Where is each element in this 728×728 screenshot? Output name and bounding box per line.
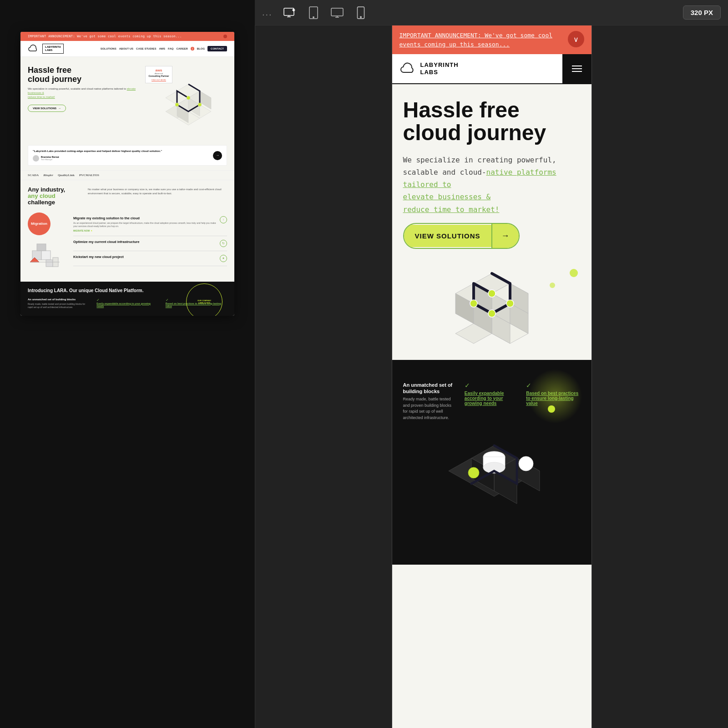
industry-title-col: Any industry, any cloud challenge [28,187,82,206]
svg-point-47 [488,290,495,297]
svg-point-62 [468,467,479,478]
svg-rect-14 [41,251,51,260]
testimonial-text: "Labyrinth Labs provided cutting-edge ex… [33,149,209,153]
svg-rect-16 [46,260,53,267]
logo-quality: QualityLink [58,173,75,177]
bottom-col-2-link[interactable]: Easily expandable according to your grow… [96,302,158,308]
desktop-ann-dot [223,35,227,38]
desktop-industry-section: Any industry, any cloud challenge No mat… [20,180,234,212]
svg-rect-15 [37,244,46,251]
logos-bar: SCADA Ringler QualityLink PVCMALTOS [20,170,234,180]
mob-col-2-link[interactable]: Easily expandable according to your grow… [465,391,519,406]
mob-ann-text: IMPORTANT ANNOUNCEMENT: We've got some c… [399,31,563,49]
svg-point-10 [187,96,190,100]
col-2-check-icon: ✓ [465,382,519,389]
author-avatar [33,155,39,162]
svg-text:✦: ✦ [292,8,295,12]
service-1-desc: As an experienced cloud partner, we prep… [73,222,220,228]
bottom-col-1-title: An unmatched set of building blocks [28,298,89,301]
mob-iso-illustration [405,269,578,351]
mobile-icon[interactable] [354,6,367,19]
svg-point-49 [506,300,514,307]
svg-point-11 [198,103,202,106]
mob-announcement-bar: IMPORTANT ANNOUNCEMENT: We've got some c… [392,25,592,54]
author-role: Tech Manager [41,158,59,161]
migration-services: Migrate my existing solution to the clou… [73,212,227,275]
aws-badge-link[interactable]: FIND OUT MORE [147,79,170,81]
desktop-nav-links: SOLUTIONS ABOUT US CASE STUDIES AWS FAQ … [101,46,227,51]
logo-pvc: PVCMALTOS [79,173,99,177]
mob-hero-title: Hassle free cloud journey [403,99,581,145]
svg-point-30 [360,16,361,17]
mob-logo-text: LABYRINTH LABS [420,61,459,76]
migration-service-2: Optimize my current cloud infrastructure… [73,236,227,251]
service-1-title: Migrate my existing solution to the clou… [73,216,220,220]
bottom-col-1: An unmatched set of building blocks Read… [28,298,89,309]
testimonial-arrow[interactable]: → [213,151,222,160]
mob-hero-btn[interactable]: VIEW SOLUTIONS → [403,223,520,249]
nav-case[interactable]: CASE STUDIES [136,47,156,50]
nav-faq[interactable]: FAQ [168,47,173,50]
service-1-link[interactable]: MIGRATE NOW ✦ [73,229,220,232]
bottom-col-2: ✓ Easily expandable according to your gr… [96,298,158,309]
mob-btn-label: VIEW SOLUTIONS [404,225,491,247]
testimonial-author: Branislav Bernat Tech Manager [33,155,209,162]
mob-logo-section: LABYRINTH LABS [392,56,562,81]
desktop-bottom-section: Introducing LARA. Our unique Cloud Nativ… [20,282,234,316]
svg-point-25 [313,17,314,18]
desktop-hero-left: Hassle free cloud journey We specialize … [28,66,141,141]
left-panel: IMPORTANT ANNOUNCEMENT: We've got some c… [0,0,255,728]
migration-service-3: Kickstart my new cloud project ✦ [73,251,227,266]
mob-cloud-icon [399,62,416,75]
nav-career[interactable]: CAREER [176,47,187,50]
nav-contact-btn[interactable]: CONTACT [207,46,227,51]
size-display: 320 PX [683,5,721,20]
mob-hero-section: Hassle free cloud journey We specialize … [392,84,592,260]
nav-blog[interactable]: BLOG [197,47,205,50]
ham-line-2 [572,68,582,69]
desktop-hero: Hassle free cloud journey We specialize … [20,57,234,145]
service-2-title: Optimize my current cloud infrastructure [73,240,220,244]
bottom-col-1-text: Ready made, battle tested and proven bui… [28,303,89,309]
service-1-icon: ↑ [220,216,227,223]
mob-btn-arrow: → [491,224,519,248]
desktop-hero-btn[interactable]: VIEW SOLUTIONS → [28,105,66,112]
cloud-icon [28,45,39,53]
mob-col-1-title: An unmatched set of building blocks [403,382,457,395]
aws-badge: aws Advanced Consulting Partner FIND OUT… [145,66,172,83]
desktop-icon[interactable] [331,6,344,19]
nav-about[interactable]: ABOUT US [119,47,133,50]
desktop-nav: LABYRINTH LABS SOLUTIONS ABOUT US CASE S… [20,41,234,57]
logo-scada: SCADA [28,173,39,177]
toolbar: ... ✦ [255,0,728,25]
nav-aws[interactable]: AWS [159,47,165,50]
hamburger-icon [572,66,582,72]
small-ball [548,405,555,413]
logo-ringler: Ringler [43,173,53,177]
mob-ann-chevron[interactable]: ∨ [568,31,584,47]
desktop-ann-text: IMPORTANT ANNOUNCEMENT: We've got some c… [28,35,182,38]
mob-nav: LABYRINTH LABS [392,54,592,84]
mob-bottom-iso-svg [403,432,581,541]
svg-point-50 [488,310,495,317]
mob-bottom-col-2: ✓ Easily expandable according to your gr… [465,382,519,421]
desktop-logo: LABYRINTH LABS [42,44,64,54]
career-badge: 2 [191,47,194,51]
migration-badge: Migration [28,212,51,235]
mob-hamburger-btn[interactable] [562,54,592,83]
float-ball-2 [550,283,555,288]
desktop-star-icon[interactable]: ✦ [283,6,296,19]
mob-bottom-section: An unmatched set of building blocks Read… [392,360,592,565]
mob-bottom-illustration [403,432,581,550]
tablet-icon[interactable] [307,6,320,19]
nav-solutions[interactable]: SOLUTIONS [101,47,116,50]
mob-col-1-text: Ready made, battle tested and proven bui… [403,396,457,421]
ham-line-1 [572,66,582,66]
mob-illustration [392,260,592,360]
right-panel: ... ✦ [255,0,728,728]
service-3-icon: ✦ [220,255,227,262]
desktop-logo-text: LABYRINTH LABS [45,46,61,52]
mob-bottom-content: An unmatched set of building blocks Read… [392,360,592,565]
service-2-icon: ↻ [220,240,227,247]
svg-point-12 [175,103,179,106]
